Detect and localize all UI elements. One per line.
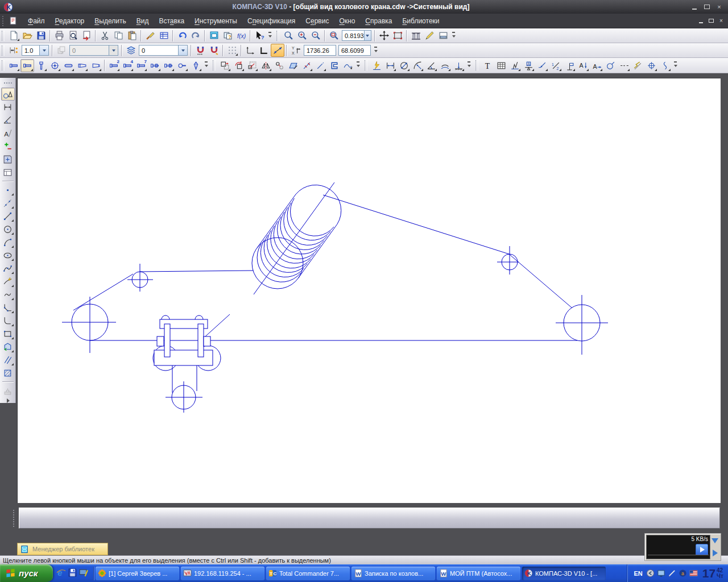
tool-arc-button[interactable] — [1, 236, 15, 249]
bolt-set-4-button[interactable]: 4 — [121, 59, 134, 72]
copy-objects-button[interactable] — [272, 59, 286, 72]
local-snaps-button[interactable] — [207, 44, 221, 57]
redo-button[interactable] — [189, 29, 202, 42]
bolt-side-view-button[interactable] — [7, 59, 20, 72]
equidistant-curve-button[interactable] — [341, 59, 354, 72]
task-button[interactable]: WЗаписка по козлов... — [351, 567, 435, 580]
paste-button[interactable] — [125, 29, 139, 42]
variables-button[interactable]: f(x) — [234, 29, 248, 42]
quick-launch-show-desktop[interactable] — [79, 568, 89, 579]
stud-with-nut-button[interactable] — [162, 59, 175, 72]
tray-flag-icon[interactable] — [689, 569, 698, 577]
toolbar-overflow-chevron[interactable] — [355, 60, 361, 71]
panel-measure-button[interactable] — [1, 166, 15, 179]
mdi-minimize-button[interactable] — [696, 17, 705, 24]
linear-dimension-button[interactable] — [383, 59, 397, 72]
surface-roughness-button[interactable] — [508, 59, 522, 72]
panel-parametrization-button[interactable] — [1, 153, 15, 166]
panel-designations-2-button[interactable]: A — [1, 127, 15, 140]
cut-button[interactable] — [98, 29, 111, 42]
language-indicator[interactable]: EN — [634, 570, 642, 577]
tray-back-icon[interactable] — [646, 569, 655, 577]
tool-point-button[interactable] — [1, 184, 15, 197]
send-document-button[interactable] — [80, 29, 93, 42]
cursor-step-combo[interactable]: 1.0 — [22, 45, 49, 56]
menu-item-5[interactable]: Инструменты — [189, 15, 242, 27]
toolbar-overflow-chevron[interactable] — [6, 397, 11, 403]
extend-curve-button[interactable] — [313, 59, 327, 72]
tool-auxiliary-line-button[interactable] — [1, 197, 15, 210]
dropdown-arrow-icon[interactable] — [364, 31, 371, 40]
tool-fillet-button[interactable] — [1, 314, 15, 327]
tray-display-icon[interactable] — [657, 569, 665, 577]
property-bar-grip[interactable] — [13, 510, 16, 527]
bolt-set-2-button[interactable]: 2 — [107, 59, 121, 72]
weld-symbol-button[interactable] — [603, 59, 617, 72]
bolt-fastener-button[interactable] — [20, 59, 34, 72]
tool-segment-button[interactable] — [1, 210, 15, 223]
show-document-windows-button[interactable] — [207, 29, 221, 42]
menu-item-1[interactable]: Редактор — [50, 15, 90, 27]
tool-spline-button[interactable] — [1, 262, 15, 275]
collapse-arrow-icon[interactable] — [712, 538, 718, 543]
menu-item-2[interactable]: Выделить — [89, 15, 131, 27]
arc-dimension-button[interactable] — [438, 59, 452, 72]
cursor-step-button[interactable] — [7, 44, 20, 57]
trim-curve-button[interactable] — [300, 59, 313, 72]
bolt-set-7-button[interactable]: 7 — [134, 59, 148, 72]
panel-designations-button[interactable] — [1, 114, 15, 127]
eye-bolt-button[interactable] — [175, 59, 189, 72]
taskbar-clock[interactable]: 17 42Чт — [702, 567, 723, 580]
quick-launch-ie[interactable]: e — [56, 568, 66, 579]
bolt-with-nut-button[interactable] — [148, 59, 162, 72]
print-button[interactable] — [52, 29, 66, 42]
mdi-restore-button[interactable] — [706, 17, 715, 24]
grid-toggle-button[interactable] — [225, 44, 239, 57]
layers-button[interactable] — [124, 44, 138, 57]
angle-dimension-button[interactable] — [424, 59, 438, 72]
deform-button[interactable] — [286, 59, 300, 72]
minimize-button[interactable] — [689, 3, 700, 11]
tool-parallel-line-button[interactable] — [1, 354, 15, 367]
table-tool-button[interactable] — [494, 59, 508, 72]
tool-circle-button[interactable] — [1, 223, 15, 236]
print-preview-button[interactable] — [66, 29, 80, 42]
ortho-mode-button[interactable] — [257, 44, 271, 57]
copy-button[interactable] — [111, 29, 125, 42]
menu-item-3[interactable]: Вид — [131, 15, 154, 27]
refresh-image-button[interactable] — [423, 29, 436, 42]
copy-properties-button[interactable] — [143, 29, 157, 42]
collect-contour-button[interactable] — [327, 59, 341, 72]
countersunk-screw-button[interactable] — [75, 59, 89, 72]
local-coordinate-system-button[interactable] — [243, 44, 257, 57]
auto-dimension-button[interactable] — [370, 59, 383, 72]
tool-bezier-button[interactable] — [1, 275, 15, 288]
screw-top-view-button[interactable] — [34, 59, 48, 72]
menu-item-0[interactable]: Файл — [23, 15, 50, 27]
menu-item-9[interactable]: Справка — [360, 15, 397, 27]
rounding-snap-button[interactable] — [271, 44, 284, 57]
centerline-button[interactable] — [617, 59, 631, 72]
context-help-button[interactable]: ? — [253, 29, 266, 42]
change-mark-button[interactable] — [562, 59, 576, 72]
center-mark-button[interactable] — [644, 59, 658, 72]
tray-pencil-icon[interactable] — [668, 569, 676, 577]
close-button[interactable]: × — [714, 3, 725, 11]
task-button[interactable]: KКОМПАС-3D V10 - [... — [522, 567, 606, 580]
toolbar-overflow-chevron[interactable] — [466, 60, 471, 71]
dropdown-arrow-icon[interactable] — [178, 45, 187, 55]
washer-button[interactable] — [48, 59, 61, 72]
mdi-close-button[interactable]: × — [717, 17, 726, 24]
scale-button[interactable] — [245, 59, 259, 72]
menu-item-7[interactable]: Сервис — [300, 15, 334, 27]
new-from-template-button[interactable]: ? — [221, 29, 234, 42]
panel-geometry-button[interactable] — [1, 88, 15, 101]
coord-y-field[interactable]: 1736.26 — [304, 45, 336, 56]
zoom-in-button[interactable] — [295, 29, 309, 42]
new-document-button[interactable] — [7, 29, 20, 42]
text-down-button[interactable]: A — [576, 59, 590, 72]
dropdown-arrow-icon[interactable] — [39, 45, 48, 55]
set-screw-button[interactable] — [89, 59, 102, 72]
task-button[interactable]: WМОЙ ПТМ (Автосох... — [437, 567, 520, 580]
rotate-button[interactable] — [231, 59, 245, 72]
